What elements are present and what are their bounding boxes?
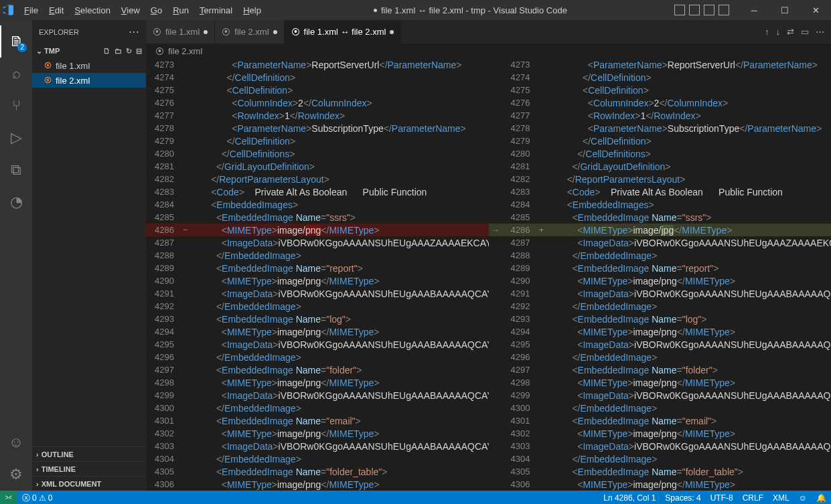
sidebar-panel-outline[interactable]: OUTLINE: [32, 446, 146, 461]
code-content[interactable]: <MIMEType>image/png</MIMEType>: [190, 479, 489, 490]
close-window-button[interactable]: ✕: [800, 0, 831, 20]
code-content[interactable]: <EmbeddedImages>: [190, 199, 489, 210]
code-content[interactable]: </CellDefinition>: [190, 72, 489, 83]
code-line[interactable]: 4295 <ImageData>iVBORw0KGgoAAAANSUhEUgAA…: [489, 338, 832, 351]
code-content[interactable]: <EmbeddedImage Name="folder">: [190, 365, 489, 375]
menu-help[interactable]: Help: [238, 3, 267, 18]
code-line[interactable]: 4304 </EmbeddedImage>: [489, 452, 832, 465]
code-content[interactable]: <MIMEType>image/png</MIMEType>: [190, 327, 489, 337]
code-content[interactable]: <ParameterName>ReportServerUrl</Paramete…: [546, 60, 832, 70]
code-content[interactable]: </EmbeddedImage>: [190, 352, 489, 363]
code-content[interactable]: </CellDefinition>: [190, 136, 489, 147]
editor-tab[interactable]: ⦿file 1.xml ↔ file 2.xml: [285, 20, 402, 44]
new-folder-button[interactable]: 🗀: [115, 47, 122, 56]
swap-button[interactable]: ⇄: [787, 27, 794, 37]
code-line[interactable]: 4295 <ImageData>iVBORw0KGgoAAAANSUhEUgAA…: [146, 338, 489, 351]
code-line[interactable]: 4273 <ParameterName>ReportServerUrl</Par…: [489, 58, 832, 71]
code-line[interactable]: 4297 <EmbeddedImage Name="folder">: [146, 363, 489, 376]
code-content[interactable]: <MIMEType>image/png</MIMEType>: [190, 276, 489, 286]
activity-explorer[interactable]: 🗎 2: [0, 25, 32, 58]
file-tree-item[interactable]: ⦿file 1.xml: [32, 58, 146, 73]
code-line[interactable]: 4303 <ImageData>iVBORw0KGgoAAAANSUhEUgAA…: [489, 440, 832, 452]
code-line[interactable]: 4281 </GridLayoutDefinition>: [146, 160, 489, 173]
code-line[interactable]: 4294 <MIMEType>image/png</MIMEType>: [489, 325, 832, 338]
code-line[interactable]: 4298 <MIMEType>image/png</MIMEType>: [489, 376, 832, 389]
code-line[interactable]: 4299 <ImageData>iVBORw0KGgoAAAANSUhEUgAA…: [489, 389, 832, 402]
code-line[interactable]: 4301 <EmbeddedImage Name="email">: [146, 414, 489, 427]
code-line[interactable]: 4287 <ImageData>iVBORw0KGgoAAAANSUhEUgAA…: [489, 236, 832, 249]
minimize-button[interactable]: ─: [739, 0, 769, 20]
toggle-view-button[interactable]: ▭: [801, 27, 809, 37]
menu-view[interactable]: View: [116, 3, 145, 18]
code-line[interactable]: →4286+ <MIMEType>image/jpg</MIMEType>: [489, 224, 832, 236]
code-content[interactable]: <MIMEType>image/jpg</MIMEType>: [546, 225, 832, 236]
code-line[interactable]: 4289 <EmbeddedImage Name="report">: [146, 262, 489, 274]
code-line[interactable]: 4281 </GridLayoutDefinition>: [489, 160, 832, 173]
code-line[interactable]: 4297 <EmbeddedImage Name="folder">: [489, 363, 832, 376]
code-line[interactable]: 4274 </CellDefinition>: [146, 71, 489, 84]
cursor-position[interactable]: Ln 4286, Col 1: [599, 491, 660, 504]
code-content[interactable]: <CellDefinition>: [546, 85, 832, 96]
code-content[interactable]: <MIMEType>image/png</MIMEType>: [546, 377, 832, 388]
code-content[interactable]: </CellDefinitions>: [190, 149, 489, 159]
code-content[interactable]: </EmbeddedImage>: [546, 352, 832, 363]
code-line[interactable]: 4278 <ParameterName>SubscriptionType</Pa…: [146, 122, 489, 135]
code-content[interactable]: </CellDefinition>: [546, 136, 832, 147]
code-line[interactable]: 4289 <EmbeddedImage Name="report">: [489, 262, 832, 274]
editor-tab[interactable]: ⦿file 2.xml: [215, 20, 284, 44]
menu-go[interactable]: Go: [145, 3, 167, 18]
code-line[interactable]: 4282 </ReportParametersLayout>: [146, 173, 489, 185]
problems-button[interactable]: ⓧ0 ⚠0: [17, 491, 57, 504]
code-content[interactable]: <EmbeddedImage Name="email">: [190, 416, 489, 426]
code-content[interactable]: <EmbeddedImage Name="log">: [546, 314, 832, 325]
code-content[interactable]: <MIMEType>image/png</MIMEType>: [546, 327, 832, 337]
code-line[interactable]: 4300 </EmbeddedImage>: [146, 402, 489, 414]
code-line[interactable]: 4294 <MIMEType>image/png</MIMEType>: [146, 325, 489, 338]
remote-button[interactable]: ⪥: [0, 491, 17, 504]
code-content[interactable]: </ReportParametersLayout>: [190, 174, 489, 185]
maximize-button[interactable]: ☐: [769, 0, 800, 20]
sidebar-more-button[interactable]: ⋯: [129, 25, 139, 38]
code-content[interactable]: <CellDefinition>: [190, 85, 489, 96]
code-content[interactable]: <ImageData>iVBORw0KGgoAAAANSUhEUgAAABAAA…: [190, 390, 489, 401]
menu-run[interactable]: Run: [167, 3, 194, 18]
code-line[interactable]: 4301 <EmbeddedImage Name="email">: [489, 414, 832, 427]
notifications-button[interactable]: 🔔: [812, 491, 831, 504]
code-content[interactable]: </CellDefinition>: [546, 72, 832, 83]
code-line[interactable]: 4282 </ReportParametersLayout>: [489, 173, 832, 185]
code-content[interactable]: <EmbeddedImage Name="folder_table">: [546, 467, 832, 477]
code-line[interactable]: 4287 <ImageData>iVBORw0KGgoAAAANSUhEUgAA…: [146, 236, 489, 249]
refresh-button[interactable]: ↻: [126, 47, 132, 56]
code-line[interactable]: 4276 <ColumnIndex>2</ColumnIndex>: [489, 96, 832, 109]
activity-search[interactable]: ⌕: [0, 58, 32, 90]
code-content[interactable]: </CellDefinitions>: [546, 149, 832, 159]
code-line[interactable]: 4273 <ParameterName>ReportServerUrl</Par…: [146, 58, 489, 71]
prev-change-button[interactable]: ↑: [765, 27, 769, 37]
code-line[interactable]: 4274 </CellDefinition>: [489, 71, 832, 84]
code-content[interactable]: <ImageData>iVBORw0KGgoAAAANSUhEUgAAAZAAA…: [546, 238, 832, 248]
code-content[interactable]: <MIMEType>image/png</MIMEType>: [190, 428, 489, 439]
sidebar-panel-xml-document[interactable]: XML DOCUMENT: [32, 476, 146, 491]
language-mode[interactable]: XML: [768, 491, 794, 504]
code-content[interactable]: </EmbeddedImage>: [190, 250, 489, 261]
collapse-button[interactable]: ⊟: [136, 47, 142, 56]
code-content[interactable]: </EmbeddedImage>: [546, 301, 832, 312]
code-line[interactable]: 4298 <MIMEType>image/png</MIMEType>: [146, 376, 489, 389]
code-content[interactable]: <MIMEType>image/png</MIMEType>: [546, 479, 832, 490]
code-line[interactable]: 4288 </EmbeddedImage>: [489, 249, 832, 262]
code-content[interactable]: <MIMEType>image/png</MIMEType>: [190, 225, 489, 236]
code-content[interactable]: <EmbeddedImages>: [546, 199, 832, 210]
breadcrumb[interactable]: ⦿ file 2.xml: [146, 44, 831, 58]
code-line[interactable]: 4276 <ColumnIndex>2</ColumnIndex>: [146, 96, 489, 109]
activity-settings[interactable]: ⚙: [0, 458, 32, 491]
layout-icon-2[interactable]: [689, 5, 700, 15]
code-line[interactable]: 4299 <ImageData>iVBORw0KGgoAAAANSUhEUgAA…: [146, 389, 489, 402]
code-content[interactable]: </EmbeddedImage>: [546, 403, 832, 414]
code-content[interactable]: </EmbeddedImage>: [190, 454, 489, 465]
code-content[interactable]: <ImageData>iVBORw0KGgoAAAANSUhEUgAAABAAA…: [546, 339, 832, 350]
layout-icon-4[interactable]: [719, 5, 729, 15]
menu-edit[interactable]: Edit: [44, 3, 69, 18]
code-content[interactable]: </GridLayoutDefinition>: [546, 161, 832, 172]
code-line[interactable]: 4291 <ImageData>iVBORw0KGgoAAAANSUhEUgAA…: [146, 287, 489, 300]
indentation[interactable]: Spaces: 4: [660, 491, 705, 504]
